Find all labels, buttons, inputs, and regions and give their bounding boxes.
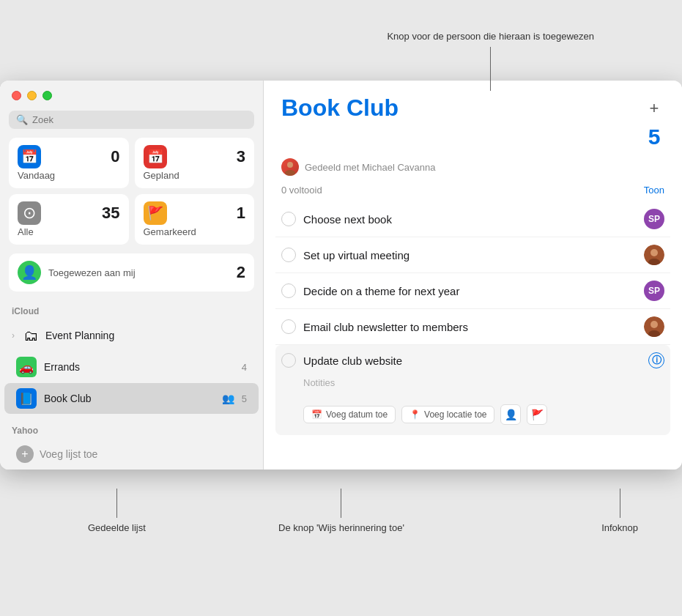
list-title: Book Club (281, 95, 399, 121)
flag-button[interactable]: 🚩 (527, 404, 547, 425)
annotations-bottom: Gedeelde lijst De knop 'Wijs herinnering… (0, 475, 682, 549)
add-reminder-button[interactable]: + (644, 98, 664, 119)
assigned-to-me[interactable]: 👤 Toegewezen aan mij 2 (9, 253, 254, 292)
close-button[interactable] (12, 91, 21, 100)
smart-list-vandaag[interactable]: 📅 0 Vandaag (9, 138, 129, 188)
task-checkbox[interactable] (281, 248, 296, 262)
gepland-label: Gepland (144, 170, 246, 181)
add-date-button[interactable]: 📅 Voeg datum toe (303, 406, 396, 423)
main-title-area: Book Club (281, 95, 399, 121)
task-item: Email club newsletter to members (275, 309, 670, 345)
smart-list-alle[interactable]: ⊙ 35 Alle (9, 194, 129, 245)
add-list-button[interactable]: + Voeg lijst toe (4, 440, 259, 468)
assigned-label: Toegewezen aan mij (48, 267, 136, 278)
sidebar-item-errands[interactable]: 🚗 Errands 4 (4, 352, 259, 382)
task-item-selected: Update club website ⓘ Notities 📅 Voeg da… (275, 345, 670, 435)
task-checkbox[interactable] (281, 212, 296, 226)
add-list-icon: + (16, 445, 34, 463)
titlebar (0, 81, 263, 108)
show-completed-button[interactable]: Toon (644, 185, 664, 196)
task-row: Update club website ⓘ (281, 352, 664, 368)
search-bar: 🔍 (9, 111, 254, 129)
task-count-badge: 5 (648, 125, 661, 149)
task-item: Set up virtual meeting (275, 237, 670, 273)
task-checkbox[interactable] (281, 283, 296, 298)
minimize-button[interactable] (27, 91, 37, 100)
assign-person-icon: 👤 (505, 409, 517, 420)
location-icon: 📍 (409, 409, 420, 420)
svg-point-6 (651, 321, 658, 328)
annotation-shared-list: Gedeelde lijst (88, 489, 146, 534)
svg-point-3 (651, 249, 658, 256)
sidebar: 🔍 📅 0 Vandaag 📅 3 Gepland (0, 81, 264, 470)
task-text: Decide on a theme for next year (303, 285, 637, 297)
event-planning-label: Event Planning (45, 330, 251, 341)
sidebar-item-book-club[interactable]: 📘 Book Club 👥 5 (4, 383, 259, 414)
task-assignee-avatar[interactable] (644, 316, 664, 337)
errands-count: 4 (242, 362, 247, 373)
chevron-icon: › (12, 330, 15, 341)
toolbar-right: + 5 (644, 95, 664, 149)
completed-count: 0 voltooid (281, 185, 322, 196)
svg-point-0 (287, 162, 293, 168)
add-location-button[interactable]: 📍 Voeg locatie toe (401, 406, 494, 423)
smart-list-gepland[interactable]: 📅 3 Gepland (135, 138, 255, 188)
calendar-icon: 📅 (311, 409, 322, 420)
task-text: Set up virtual meeting (303, 249, 637, 261)
sidebar-item-event-planning[interactable]: › 🗂 Event Planning (4, 320, 259, 351)
folder-icon: 🗂 (21, 325, 41, 346)
task-assignee-avatar[interactable]: SP (644, 281, 664, 301)
annotation-assign-button: De knop 'Wijs herinnering toe' (278, 489, 404, 534)
task-list: Choose next book SP Set up virtual meeti… (264, 201, 682, 470)
book-club-label: Book Club (44, 393, 215, 404)
assign-reminder-button[interactable]: 👤 (500, 404, 521, 425)
search-input[interactable] (32, 114, 247, 125)
add-list-label: Voeg lijst toe (40, 448, 97, 460)
yahoo-section-header: Yahoo (0, 420, 263, 439)
search-icon: 🔍 (16, 114, 28, 125)
book-club-icon: 📘 (16, 388, 37, 409)
annotation-top-right: Knop voor de persoon die hieraan is toeg… (387, 29, 594, 91)
assigned-count: 2 (237, 263, 245, 282)
book-club-count: 5 (242, 393, 247, 404)
annotation-info-button: Infoknop (601, 489, 638, 534)
errands-icon: 🚗 (16, 357, 37, 377)
assigned-icon: 👤 (18, 261, 41, 284)
task-actions: 📅 Voeg datum toe 📍 Voeg locatie toe 👤 🚩 (281, 401, 547, 428)
task-checkbox[interactable] (281, 353, 296, 368)
task-text: Update club website (303, 355, 641, 367)
gemarkeerd-count: 1 (237, 204, 245, 223)
task-assignee-avatar[interactable]: SP (644, 209, 664, 229)
gepland-count: 3 (237, 147, 245, 166)
smart-list-gemarkeerd[interactable]: 🚩 1 Gemarkeerd (135, 194, 255, 245)
gepland-icon: 📅 (144, 145, 167, 168)
task-text: Email club newsletter to members (303, 321, 637, 333)
gemarkeerd-icon: 🚩 (144, 201, 167, 225)
vandaag-label: Vandaag (18, 170, 120, 181)
main-content: Book Club + 5 Gedeeld met Michael Cavann… (264, 81, 682, 470)
completed-header: 0 voltooid Toon (264, 182, 682, 201)
shared-with-row: Gedeeld met Michael Cavanna (264, 158, 682, 182)
vandaag-icon: 📅 (18, 145, 41, 168)
task-text: Choose next book (303, 213, 637, 226)
icloud-section-header: iCloud (0, 300, 263, 319)
task-assignee-avatar[interactable] (644, 245, 664, 265)
task-checkbox[interactable] (281, 319, 296, 334)
task-notes-placeholder[interactable]: Notities (281, 376, 335, 394)
shared-text: Gedeeld met Michael Cavanna (305, 162, 436, 173)
alle-count: 35 (102, 204, 119, 223)
gemarkeerd-label: Gemarkeerd (144, 226, 246, 237)
info-button[interactable]: ⓘ (648, 352, 664, 368)
maximize-button[interactable] (42, 91, 52, 100)
main-header: Book Club + 5 (264, 81, 682, 158)
task-item: Choose next book SP (275, 201, 670, 237)
shared-avatar (281, 158, 299, 176)
task-item: Decide on a theme for next year SP (275, 273, 670, 309)
smart-lists-grid: 📅 0 Vandaag 📅 3 Gepland ⊙ 35 (0, 138, 263, 253)
share-icon: 👥 (222, 393, 234, 404)
svg-point-1 (285, 170, 295, 176)
alle-label: Alle (18, 226, 120, 237)
alle-icon: ⊙ (18, 201, 41, 225)
reminders-window: 🔍 📅 0 Vandaag 📅 3 Gepland (0, 81, 682, 470)
flag-icon: 🚩 (531, 409, 544, 420)
